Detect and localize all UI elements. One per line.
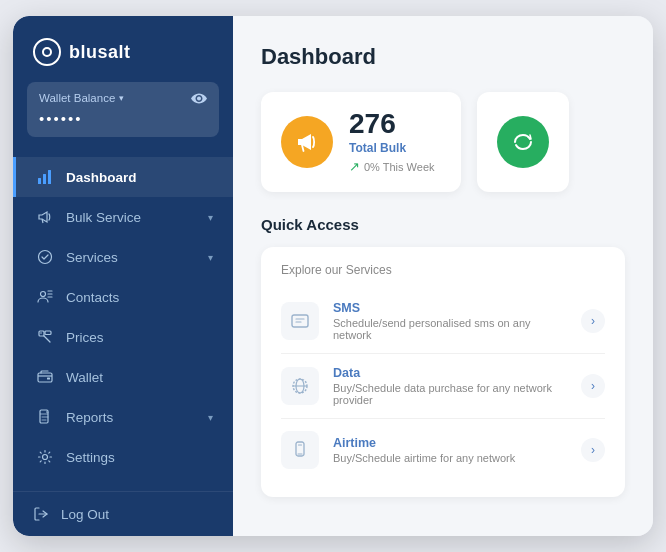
contacts-label: Contacts bbox=[66, 290, 213, 305]
explore-label: Explore our Services bbox=[281, 263, 605, 277]
nav-items: Dashboard Bulk Service ▾ bbox=[13, 153, 233, 491]
logout-icon bbox=[33, 506, 49, 522]
file-icon bbox=[36, 408, 54, 426]
stat-info-total-bulk: 276 Total Bulk ↗ 0% This Week bbox=[349, 110, 435, 174]
bulk-service-chevron-icon: ▾ bbox=[208, 212, 213, 223]
stat-card-2 bbox=[477, 92, 569, 192]
svg-rect-16 bbox=[298, 444, 302, 446]
reports-chevron-icon: ▾ bbox=[208, 412, 213, 423]
sidebar-item-prices[interactable]: Prices bbox=[13, 317, 233, 357]
prices-label: Prices bbox=[66, 330, 213, 345]
bulk-service-label: Bulk Service bbox=[66, 210, 196, 225]
logo-icon bbox=[33, 38, 61, 66]
svg-rect-0 bbox=[38, 178, 41, 184]
quick-access-card: Explore our Services SMS Schedule/send p… bbox=[261, 247, 625, 497]
services-label: Services bbox=[66, 250, 196, 265]
service-info-data: Data Buy/Schedule data purchase for any … bbox=[333, 366, 567, 406]
sidebar: blusalt Wallet Balance ▾ •••••• bbox=[13, 16, 233, 536]
service-info-sms: SMS Schedule/send personalised sms on an… bbox=[333, 301, 567, 341]
airtime-icon bbox=[281, 431, 319, 469]
svg-rect-7 bbox=[45, 331, 51, 335]
logout-button[interactable]: Log Out bbox=[13, 491, 233, 536]
bar-chart-icon bbox=[36, 168, 54, 186]
sidebar-item-wallet[interactable]: Wallet bbox=[13, 357, 233, 397]
trend-up-icon: ↗ bbox=[349, 159, 360, 174]
sidebar-item-bulk-service[interactable]: Bulk Service ▾ bbox=[13, 197, 233, 237]
data-icon bbox=[281, 367, 319, 405]
airtime-arrow-icon[interactable]: › bbox=[581, 438, 605, 462]
page-title: Dashboard bbox=[261, 44, 625, 70]
sidebar-item-services[interactable]: Services ▾ bbox=[13, 237, 233, 277]
stat-icon-refresh bbox=[497, 116, 549, 168]
dashboard-label: Dashboard bbox=[66, 170, 213, 185]
service-desc-airtime: Buy/Schedule airtime for any network bbox=[333, 452, 567, 464]
app-container: blusalt Wallet Balance ▾ •••••• bbox=[13, 16, 653, 536]
services-chevron-icon: ▾ bbox=[208, 252, 213, 263]
svg-point-6 bbox=[40, 332, 42, 334]
stat-label-total-bulk: Total Bulk bbox=[349, 141, 435, 155]
logout-label: Log Out bbox=[61, 507, 109, 522]
service-item-airtime[interactable]: Airtime Buy/Schedule airtime for any net… bbox=[281, 419, 605, 481]
stat-icon-megaphone bbox=[281, 116, 333, 168]
service-desc-data: Buy/Schedule data purchase for any netwo… bbox=[333, 382, 567, 406]
wallet-label: Wallet bbox=[66, 370, 213, 385]
service-name-sms: SMS bbox=[333, 301, 567, 315]
stat-card-total-bulk: 276 Total Bulk ↗ 0% This Week bbox=[261, 92, 461, 192]
svg-rect-12 bbox=[292, 315, 308, 327]
wallet-balance-label: Wallet Balance ▾ bbox=[39, 92, 124, 104]
sidebar-item-contacts[interactable]: Contacts bbox=[13, 277, 233, 317]
wallet-balance-header: Wallet Balance ▾ bbox=[39, 92, 207, 104]
megaphone-icon bbox=[36, 208, 54, 226]
svg-rect-9 bbox=[47, 378, 50, 380]
wallet-balance-value: •••••• bbox=[39, 110, 207, 127]
sidebar-item-settings[interactable]: Settings bbox=[13, 437, 233, 477]
svg-rect-2 bbox=[48, 170, 51, 184]
sms-arrow-icon[interactable]: › bbox=[581, 309, 605, 333]
service-item-data[interactable]: Data Buy/Schedule data purchase for any … bbox=[281, 354, 605, 419]
stat-number-total-bulk: 276 bbox=[349, 110, 435, 138]
wallet-eye-icon[interactable] bbox=[191, 93, 207, 104]
check-circle-icon bbox=[36, 248, 54, 266]
logo-icon-inner bbox=[42, 47, 52, 57]
quick-access-section: Quick Access Explore our Services SMS Sc… bbox=[261, 216, 625, 497]
wallet-nav-icon bbox=[36, 368, 54, 386]
main-content: Dashboard 276 Total Bulk ↗ 0% This We bbox=[233, 16, 653, 536]
svg-rect-1 bbox=[43, 174, 46, 184]
wallet-balance-box[interactable]: Wallet Balance ▾ •••••• bbox=[27, 82, 219, 137]
sms-icon bbox=[281, 302, 319, 340]
sidebar-item-reports[interactable]: Reports ▾ bbox=[13, 397, 233, 437]
svg-point-4 bbox=[41, 292, 46, 297]
svg-point-11 bbox=[43, 455, 48, 460]
sidebar-item-dashboard[interactable]: Dashboard bbox=[13, 157, 233, 197]
tag-icon bbox=[36, 328, 54, 346]
logo-text: blusalt bbox=[69, 42, 131, 63]
stats-row: 276 Total Bulk ↗ 0% This Week bbox=[261, 92, 625, 192]
service-desc-sms: Schedule/send personalised sms on any ne… bbox=[333, 317, 567, 341]
svg-rect-8 bbox=[38, 373, 52, 382]
stat-trend-total-bulk: ↗ 0% This Week bbox=[349, 159, 435, 174]
service-name-airtime: Airtime bbox=[333, 436, 567, 450]
contacts-icon bbox=[36, 288, 54, 306]
service-name-data: Data bbox=[333, 366, 567, 380]
quick-access-title: Quick Access bbox=[261, 216, 625, 233]
svg-point-3 bbox=[39, 251, 52, 264]
settings-label: Settings bbox=[66, 450, 213, 465]
wallet-chevron-icon: ▾ bbox=[119, 93, 124, 103]
sidebar-logo: blusalt bbox=[13, 16, 233, 82]
gear-icon bbox=[36, 448, 54, 466]
service-item-sms[interactable]: SMS Schedule/send personalised sms on an… bbox=[281, 289, 605, 354]
reports-label: Reports bbox=[66, 410, 196, 425]
data-arrow-icon[interactable]: › bbox=[581, 374, 605, 398]
service-info-airtime: Airtime Buy/Schedule airtime for any net… bbox=[333, 436, 567, 464]
